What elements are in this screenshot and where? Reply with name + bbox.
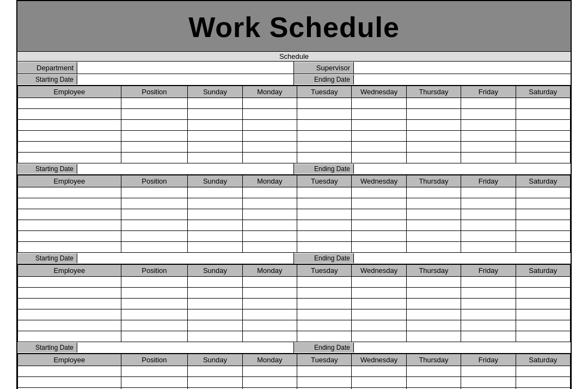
section3-header-row: Employee Position Sunday Monday Tuesday … — [18, 265, 571, 277]
col-header-friday: Friday — [461, 86, 516, 98]
col-header-saturday: Saturday — [516, 86, 570, 98]
section4-table: Employee Position Sunday Monday Tuesday … — [17, 354, 571, 389]
dept-supervisor-row: Department Supervisor — [17, 62, 571, 74]
table-row — [18, 242, 571, 253]
col2-header-thursday: Thursday — [406, 175, 461, 187]
section2-start-label: Starting Date — [17, 164, 77, 174]
section2-table: Employee Position Sunday Monday Tuesday … — [17, 175, 571, 253]
supervisor-label: Supervisor — [294, 62, 354, 74]
section1-start-cell: Starting Date — [17, 74, 294, 85]
col3-header-monday: Monday — [242, 265, 297, 277]
section1-dates-row: Starting Date Ending Date — [17, 74, 571, 86]
col3-header-position: Position — [121, 265, 188, 277]
col3-header-saturday: Saturday — [516, 265, 570, 277]
section1-end-cell: Ending Date — [294, 74, 571, 85]
section4-start-value[interactable] — [77, 342, 293, 353]
col4-header-tuesday: Tuesday — [297, 354, 352, 366]
department-cell: Department — [17, 62, 294, 74]
table-row — [18, 209, 571, 220]
table-row — [18, 309, 571, 320]
col4-header-friday: Friday — [461, 354, 516, 366]
table-row — [18, 331, 571, 342]
section4-start-label: Starting Date — [17, 343, 77, 352]
col2-header-friday: Friday — [461, 175, 516, 187]
col2-header-wednesday: Wednesday — [352, 175, 406, 187]
section4-end-value[interactable] — [354, 342, 571, 353]
section2-header-row: Employee Position Sunday Monday Tuesday … — [18, 175, 571, 187]
col2-header-monday: Monday — [242, 175, 297, 187]
table-row — [18, 98, 571, 109]
work-schedule-container: Work Schedule Schedule Department Superv… — [16, 0, 572, 389]
table-row — [18, 198, 571, 209]
supervisor-value[interactable] — [354, 62, 571, 74]
schedule-label-row: Schedule — [17, 51, 571, 62]
table-row — [18, 231, 571, 242]
col2-header-position: Position — [121, 175, 188, 187]
col3-header-tuesday: Tuesday — [297, 265, 352, 277]
section3-table: Employee Position Sunday Monday Tuesday … — [17, 264, 571, 342]
col4-header-position: Position — [121, 354, 188, 366]
section2-start-value[interactable] — [77, 163, 293, 174]
col4-header-monday: Monday — [242, 354, 297, 366]
table-row — [18, 220, 571, 231]
section3-end-value[interactable] — [354, 253, 571, 264]
col-header-monday: Monday — [242, 86, 297, 98]
section3-start-label: Starting Date — [17, 253, 77, 263]
col-header-employee: Employee — [18, 86, 121, 98]
col3-header-wednesday: Wednesday — [352, 265, 406, 277]
col2-header-tuesday: Tuesday — [297, 175, 352, 187]
supervisor-cell: Supervisor — [294, 62, 571, 74]
table-row — [18, 142, 571, 153]
table-row — [18, 187, 571, 198]
department-label: Department — [17, 62, 77, 74]
table-row — [18, 288, 571, 299]
section3-start-value[interactable] — [77, 253, 293, 264]
page-title: Work Schedule — [188, 11, 400, 43]
table-row — [18, 131, 571, 142]
col4-header-wednesday: Wednesday — [352, 354, 406, 366]
col2-header-saturday: Saturday — [516, 175, 570, 187]
col-header-tuesday: Tuesday — [297, 86, 352, 98]
col-header-thursday: Thursday — [406, 86, 461, 98]
col2-header-sunday: Sunday — [188, 175, 242, 187]
col4-header-employee: Employee — [18, 354, 121, 366]
col4-header-thursday: Thursday — [406, 354, 461, 366]
table-row — [18, 377, 571, 388]
col3-header-friday: Friday — [461, 265, 516, 277]
col-header-sunday: Sunday — [188, 86, 242, 98]
section1-end-value[interactable] — [354, 74, 571, 85]
col-header-position: Position — [121, 86, 188, 98]
section2-start-cell: Starting Date — [17, 163, 294, 174]
col3-header-thursday: Thursday — [406, 265, 461, 277]
table-row — [18, 109, 571, 120]
section1-header-row: Employee Position Sunday Monday Tuesday … — [18, 86, 571, 98]
table-row — [18, 366, 571, 377]
table-row — [18, 153, 571, 163]
section2-end-value[interactable] — [354, 163, 571, 174]
table-row — [18, 277, 571, 288]
department-value[interactable] — [77, 62, 293, 74]
section2-dates-row: Starting Date Ending Date — [17, 163, 571, 175]
section1-start-value[interactable] — [77, 74, 293, 85]
col2-header-employee: Employee — [18, 175, 121, 187]
section1-start-label: Starting Date — [17, 75, 77, 84]
section4-start-cell: Starting Date — [17, 342, 294, 353]
section3-end-cell: Ending Date — [294, 253, 571, 264]
col-header-wednesday: Wednesday — [352, 86, 406, 98]
section4-header-row: Employee Position Sunday Monday Tuesday … — [18, 354, 571, 366]
title-row: Work Schedule — [17, 1, 571, 51]
section1-end-label: Ending Date — [294, 75, 354, 84]
schedule-label: Schedule — [279, 52, 309, 60]
col4-header-saturday: Saturday — [516, 354, 570, 366]
section4-dates-row: Starting Date Ending Date — [17, 342, 571, 354]
section3-end-label: Ending Date — [294, 253, 354, 263]
section3-dates-row: Starting Date Ending Date — [17, 253, 571, 264]
table-row — [18, 299, 571, 309]
col3-header-sunday: Sunday — [188, 265, 242, 277]
section2-end-cell: Ending Date — [294, 163, 571, 174]
col4-header-sunday: Sunday — [188, 354, 242, 366]
table-row — [18, 120, 571, 131]
section1-table: Employee Position Sunday Monday Tuesday … — [17, 86, 571, 163]
section3-start-cell: Starting Date — [17, 253, 294, 264]
table-row — [18, 320, 571, 331]
